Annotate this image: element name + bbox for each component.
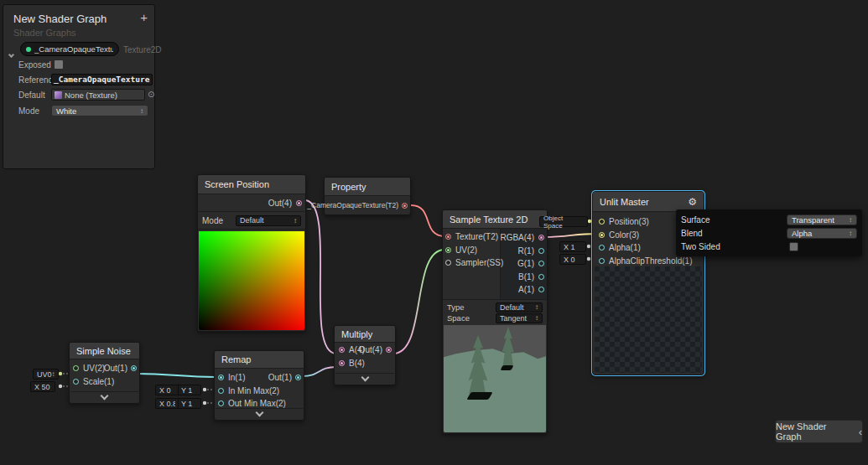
scale-value-field[interactable]: X 50 bbox=[30, 381, 55, 392]
port-sampler-in[interactable] bbox=[445, 260, 451, 266]
texture-preview bbox=[444, 325, 546, 432]
add-property-button[interactable]: + bbox=[140, 10, 148, 24]
default-label: Default bbox=[18, 90, 45, 100]
node-title[interactable]: Multiply bbox=[335, 326, 395, 343]
type-label: Type bbox=[447, 302, 465, 312]
port-property-out[interactable] bbox=[402, 203, 408, 209]
inminmax-default-dot bbox=[203, 388, 206, 391]
exposed-label: Exposed bbox=[18, 60, 51, 70]
dropdown-arrow-icon: ↕ bbox=[52, 370, 55, 378]
port-rgba-out[interactable] bbox=[538, 235, 544, 240]
node-title[interactable]: Screen Position bbox=[198, 175, 305, 194]
property-pill[interactable]: _CameraOpaqueTexture bbox=[20, 42, 119, 56]
node-sample-texture-2d[interactable]: Sample Texture 2D Texture(T2) UV(2) Samp… bbox=[442, 209, 548, 434]
port-uv-in[interactable] bbox=[73, 365, 79, 371]
port-out[interactable] bbox=[131, 365, 137, 371]
port-in-min-max[interactable] bbox=[218, 388, 224, 394]
reference-field[interactable]: _CameraOpaqueTexture bbox=[51, 74, 153, 85]
wire-screenpos-to-multiply-a[interactable] bbox=[304, 200, 336, 354]
port-out4[interactable] bbox=[296, 200, 302, 206]
wire-rgba-to-color[interactable] bbox=[544, 234, 597, 237]
blackboard-panel[interactable]: New Shader Graph Shader Graphs + _Camera… bbox=[3, 4, 155, 169]
tree-shadow bbox=[466, 392, 492, 400]
mode-label: Mode bbox=[202, 216, 223, 225]
uv-channel-dropdown[interactable]: UV0↕ bbox=[33, 369, 59, 380]
node-remap[interactable]: Remap In(1) In Min Max(2) Out Min Max(2)… bbox=[214, 350, 304, 421]
exposed-checkbox[interactable] bbox=[54, 59, 64, 70]
node-title[interactable]: Property bbox=[325, 178, 410, 196]
alphaclip-value-field[interactable]: X 0 bbox=[559, 254, 586, 265]
node-title[interactable]: Remap bbox=[215, 351, 304, 369]
node-property[interactable]: Property _CameraOpaqueTexture(T2) bbox=[324, 177, 411, 215]
port-g-out[interactable] bbox=[538, 261, 544, 266]
uv-gradient-preview bbox=[199, 231, 304, 330]
chevron-down-icon bbox=[101, 391, 109, 400]
port-in[interactable] bbox=[218, 375, 224, 380]
port-a-out[interactable] bbox=[538, 287, 544, 292]
two-sided-label: Two Sided bbox=[681, 242, 720, 251]
default-texture-field[interactable]: None (Texture) bbox=[51, 89, 145, 101]
property-dot-icon bbox=[26, 47, 31, 52]
dropdown-arrow-icon: ↕ bbox=[849, 216, 852, 224]
position-space-dropdown[interactable]: Object Space bbox=[539, 216, 588, 227]
collapse-toggle[interactable] bbox=[216, 408, 303, 419]
port-out[interactable] bbox=[386, 347, 392, 353]
outminmax-default-dot bbox=[203, 401, 206, 405]
wire-multiply-to-uv[interactable] bbox=[393, 250, 444, 354]
graph-title: New Shader Graph bbox=[13, 13, 107, 25]
two-sided-checkbox[interactable] bbox=[789, 242, 798, 251]
gear-icon[interactable]: ⚙ bbox=[688, 197, 697, 207]
position-default-dot bbox=[588, 220, 591, 223]
chevron-down-icon bbox=[8, 52, 14, 58]
default-texture-value: None (Texture) bbox=[65, 90, 117, 100]
port-a-in[interactable] bbox=[339, 347, 345, 353]
dropdown-arrow-icon: ↕ bbox=[849, 230, 852, 237]
chevron-left-icon: ‹ bbox=[859, 426, 862, 438]
property-expander[interactable] bbox=[9, 45, 13, 60]
out-min-max-field[interactable]: X 0.86Y 1 bbox=[155, 398, 201, 409]
dropdown-arrow-icon: ↕ bbox=[535, 303, 538, 311]
in-min-max-field[interactable]: X 0Y 1 bbox=[155, 385, 201, 395]
port-out[interactable] bbox=[295, 375, 301, 380]
port-color-in[interactable] bbox=[599, 232, 605, 238]
dropdown-arrow-icon: ↕ bbox=[535, 314, 538, 322]
mode-dropdown[interactable]: White ↕ bbox=[51, 105, 148, 116]
collapse-toggle[interactable] bbox=[70, 391, 138, 402]
port-b-out[interactable] bbox=[538, 274, 544, 280]
new-shader-graph-button[interactable]: New Shader Graph ‹ bbox=[775, 420, 863, 443]
node-screen-position[interactable]: Screen Position Out(4) Mode Default ↕ bbox=[197, 174, 306, 332]
wire-property-to-texture[interactable] bbox=[411, 205, 445, 236]
transparent-preview bbox=[595, 266, 702, 373]
screenpos-mode-dropdown[interactable]: Default ↕ bbox=[236, 215, 301, 226]
node-multiply[interactable]: Multiply A(4) B(4) Out(4) bbox=[334, 325, 396, 385]
object-picker-icon[interactable]: ⊙ bbox=[148, 90, 154, 99]
port-b-in[interactable] bbox=[339, 360, 345, 366]
chevron-down-icon bbox=[255, 408, 263, 416]
port-uv-in[interactable] bbox=[445, 247, 451, 253]
master-settings-popup[interactable]: Surface Transparent↕ Blend Alpha↕ Two Si… bbox=[676, 209, 862, 256]
port-alphaclip-in[interactable] bbox=[599, 258, 605, 264]
port-texture-in[interactable] bbox=[445, 234, 451, 240]
space-dropdown[interactable]: Tangent↕ bbox=[496, 313, 543, 323]
node-title[interactable]: Simple Noise bbox=[70, 343, 139, 359]
port-label-property-out: _CameraOpaqueTexture(T2) bbox=[307, 201, 398, 209]
type-dropdown[interactable]: Default↕ bbox=[496, 302, 543, 313]
port-position-in[interactable] bbox=[599, 219, 605, 225]
alpha-value-field[interactable]: X 1 bbox=[559, 241, 586, 252]
port-scale-in[interactable] bbox=[73, 379, 79, 385]
wire-remap-to-multiply-b[interactable] bbox=[302, 367, 336, 376]
port-alpha-in[interactable] bbox=[599, 245, 605, 251]
wire-noise-to-remap[interactable] bbox=[137, 374, 216, 377]
property-type-label: Texture2D bbox=[123, 45, 162, 54]
blend-dropdown[interactable]: Alpha↕ bbox=[787, 228, 857, 239]
shader-graph-canvas[interactable]: New Shader Graph Shader Graphs + _Camera… bbox=[0, 0, 868, 465]
texture-thumb-icon bbox=[55, 91, 62, 99]
collapse-toggle[interactable] bbox=[335, 373, 394, 384]
node-simple-noise[interactable]: Simple Noise UV(2) Scale(1) Out(1) bbox=[69, 342, 140, 404]
surface-dropdown[interactable]: Transparent↕ bbox=[787, 214, 857, 225]
port-label-out: Out(4) bbox=[268, 199, 292, 208]
mode-label: Mode bbox=[18, 106, 39, 116]
port-out-min-max[interactable] bbox=[218, 400, 224, 406]
port-r-out[interactable] bbox=[538, 248, 544, 254]
node-title[interactable]: Sample Texture 2D bbox=[443, 210, 547, 229]
